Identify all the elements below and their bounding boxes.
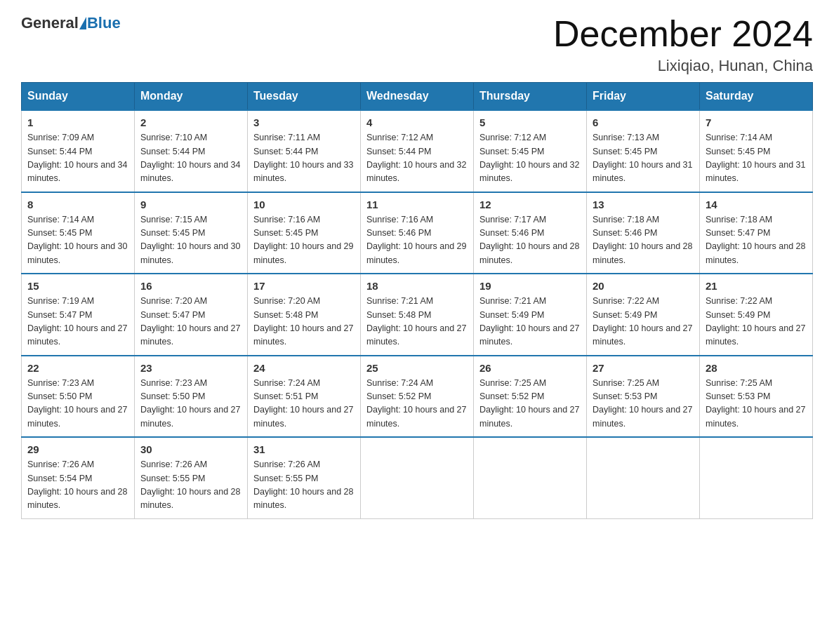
header-wednesday: Wednesday xyxy=(361,83,474,111)
day-info: Sunrise: 7:22 AMSunset: 5:49 PMDaylight:… xyxy=(593,295,694,349)
calendar-cell: 6 Sunrise: 7:13 AMSunset: 5:45 PMDayligh… xyxy=(587,110,700,192)
header-thursday: Thursday xyxy=(474,83,587,111)
day-info: Sunrise: 7:16 AMSunset: 5:46 PMDaylight:… xyxy=(366,213,468,268)
week-row-2: 8 Sunrise: 7:14 AMSunset: 5:45 PMDayligh… xyxy=(22,192,813,274)
day-number: 13 xyxy=(593,199,694,210)
week-row-5: 29 Sunrise: 7:26 AMSunset: 5:54 PMDaylig… xyxy=(22,437,813,518)
calendar-cell: 30 Sunrise: 7:26 AMSunset: 5:55 PMDaylig… xyxy=(135,437,248,518)
day-number: 22 xyxy=(27,362,128,374)
logo-general-text: General xyxy=(21,14,79,32)
calendar-cell: 1 Sunrise: 7:09 AMSunset: 5:44 PMDayligh… xyxy=(22,110,135,192)
calendar-cell: 2 Sunrise: 7:10 AMSunset: 5:44 PMDayligh… xyxy=(135,110,248,192)
day-number: 15 xyxy=(27,280,128,292)
day-number: 18 xyxy=(366,280,468,292)
day-number: 2 xyxy=(140,116,241,128)
day-info: Sunrise: 7:11 AMSunset: 5:44 PMDaylight:… xyxy=(253,131,355,186)
day-info: Sunrise: 7:12 AMSunset: 5:45 PMDaylight:… xyxy=(479,131,581,186)
calendar-cell: 5 Sunrise: 7:12 AMSunset: 5:45 PMDayligh… xyxy=(474,110,587,192)
day-info: Sunrise: 7:12 AMSunset: 5:44 PMDaylight:… xyxy=(366,131,468,186)
calendar-cell: 19 Sunrise: 7:21 AMSunset: 5:49 PMDaylig… xyxy=(474,274,587,356)
day-number: 11 xyxy=(366,199,468,210)
logo-blue-text: Blue xyxy=(87,14,121,32)
day-info: Sunrise: 7:23 AMSunset: 5:50 PMDaylight:… xyxy=(27,377,128,431)
day-number: 12 xyxy=(479,199,581,210)
day-number: 24 xyxy=(253,362,355,374)
header-sunday: Sunday xyxy=(22,83,135,111)
day-info: Sunrise: 7:20 AMSunset: 5:47 PMDaylight:… xyxy=(140,295,241,349)
calendar-cell: 11 Sunrise: 7:16 AMSunset: 5:46 PMDaylig… xyxy=(361,192,474,274)
location-subtitle: Lixiqiao, Hunan, China xyxy=(553,57,813,75)
calendar-cell: 4 Sunrise: 7:12 AMSunset: 5:44 PMDayligh… xyxy=(361,110,474,192)
calendar-header-row: SundayMondayTuesdayWednesdayThursdayFrid… xyxy=(22,83,813,111)
calendar-cell xyxy=(474,437,587,518)
day-info: Sunrise: 7:20 AMSunset: 5:48 PMDaylight:… xyxy=(253,295,355,349)
calendar-cell: 7 Sunrise: 7:14 AMSunset: 5:45 PMDayligh… xyxy=(700,110,813,192)
day-number: 27 xyxy=(593,362,694,374)
day-number: 23 xyxy=(140,362,241,374)
header-friday: Friday xyxy=(587,83,700,111)
day-number: 29 xyxy=(27,443,128,455)
calendar-cell: 24 Sunrise: 7:24 AMSunset: 5:51 PMDaylig… xyxy=(248,356,361,438)
calendar-cell: 9 Sunrise: 7:15 AMSunset: 5:45 PMDayligh… xyxy=(135,192,248,274)
day-info: Sunrise: 7:10 AMSunset: 5:44 PMDaylight:… xyxy=(140,131,241,186)
day-number: 6 xyxy=(593,116,694,128)
header-tuesday: Tuesday xyxy=(248,83,361,111)
calendar-cell: 23 Sunrise: 7:23 AMSunset: 5:50 PMDaylig… xyxy=(135,356,248,438)
title-section: December 2024 Lixiqiao, Hunan, China xyxy=(553,14,813,75)
calendar-cell: 26 Sunrise: 7:25 AMSunset: 5:52 PMDaylig… xyxy=(474,356,587,438)
calendar-cell: 31 Sunrise: 7:26 AMSunset: 5:55 PMDaylig… xyxy=(248,437,361,518)
day-number: 7 xyxy=(706,116,807,128)
logo-triangle-icon xyxy=(79,17,86,29)
day-info: Sunrise: 7:26 AMSunset: 5:55 PMDaylight:… xyxy=(140,458,241,513)
day-info: Sunrise: 7:26 AMSunset: 5:55 PMDaylight:… xyxy=(253,458,355,513)
day-info: Sunrise: 7:14 AMSunset: 5:45 PMDaylight:… xyxy=(27,213,128,268)
calendar-cell: 21 Sunrise: 7:22 AMSunset: 5:49 PMDaylig… xyxy=(700,274,813,356)
calendar-cell: 29 Sunrise: 7:26 AMSunset: 5:54 PMDaylig… xyxy=(22,437,135,518)
calendar-cell: 12 Sunrise: 7:17 AMSunset: 5:46 PMDaylig… xyxy=(474,192,587,274)
calendar-cell: 3 Sunrise: 7:11 AMSunset: 5:44 PMDayligh… xyxy=(248,110,361,192)
calendar-cell: 13 Sunrise: 7:18 AMSunset: 5:46 PMDaylig… xyxy=(587,192,700,274)
day-info: Sunrise: 7:18 AMSunset: 5:46 PMDaylight:… xyxy=(593,213,694,268)
day-number: 19 xyxy=(479,280,581,292)
day-info: Sunrise: 7:25 AMSunset: 5:53 PMDaylight:… xyxy=(593,377,694,431)
calendar-cell: 28 Sunrise: 7:25 AMSunset: 5:53 PMDaylig… xyxy=(700,356,813,438)
calendar-cell: 25 Sunrise: 7:24 AMSunset: 5:52 PMDaylig… xyxy=(361,356,474,438)
calendar-cell: 15 Sunrise: 7:19 AMSunset: 5:47 PMDaylig… xyxy=(22,274,135,356)
day-info: Sunrise: 7:14 AMSunset: 5:45 PMDaylight:… xyxy=(706,131,807,186)
day-info: Sunrise: 7:26 AMSunset: 5:54 PMDaylight:… xyxy=(27,458,128,513)
day-number: 17 xyxy=(253,280,355,292)
day-info: Sunrise: 7:22 AMSunset: 5:49 PMDaylight:… xyxy=(706,295,807,349)
day-number: 8 xyxy=(27,199,128,210)
week-row-3: 15 Sunrise: 7:19 AMSunset: 5:47 PMDaylig… xyxy=(22,274,813,356)
day-number: 14 xyxy=(706,199,807,210)
day-info: Sunrise: 7:21 AMSunset: 5:49 PMDaylight:… xyxy=(479,295,581,349)
week-row-4: 22 Sunrise: 7:23 AMSunset: 5:50 PMDaylig… xyxy=(22,356,813,438)
day-number: 10 xyxy=(253,199,355,210)
day-info: Sunrise: 7:19 AMSunset: 5:47 PMDaylight:… xyxy=(27,295,128,349)
week-row-1: 1 Sunrise: 7:09 AMSunset: 5:44 PMDayligh… xyxy=(22,110,813,192)
calendar-cell: 16 Sunrise: 7:20 AMSunset: 5:47 PMDaylig… xyxy=(135,274,248,356)
day-number: 30 xyxy=(140,443,241,455)
day-info: Sunrise: 7:23 AMSunset: 5:50 PMDaylight:… xyxy=(140,377,241,431)
calendar-cell xyxy=(361,437,474,518)
day-number: 9 xyxy=(140,199,241,210)
day-number: 21 xyxy=(706,280,807,292)
header-saturday: Saturday xyxy=(700,83,813,111)
calendar-cell: 17 Sunrise: 7:20 AMSunset: 5:48 PMDaylig… xyxy=(248,274,361,356)
day-number: 5 xyxy=(479,116,581,128)
day-number: 16 xyxy=(140,280,241,292)
day-number: 3 xyxy=(253,116,355,128)
logo: General Blue xyxy=(21,14,121,32)
calendar-cell xyxy=(700,437,813,518)
day-info: Sunrise: 7:09 AMSunset: 5:44 PMDaylight:… xyxy=(27,131,128,186)
calendar-cell xyxy=(587,437,700,518)
month-title: December 2024 xyxy=(553,14,813,54)
day-number: 4 xyxy=(366,116,468,128)
day-number: 28 xyxy=(706,362,807,374)
calendar-cell: 22 Sunrise: 7:23 AMSunset: 5:50 PMDaylig… xyxy=(22,356,135,438)
calendar-cell: 20 Sunrise: 7:22 AMSunset: 5:49 PMDaylig… xyxy=(587,274,700,356)
calendar-cell: 8 Sunrise: 7:14 AMSunset: 5:45 PMDayligh… xyxy=(22,192,135,274)
day-number: 25 xyxy=(366,362,468,374)
day-number: 26 xyxy=(479,362,581,374)
header-monday: Monday xyxy=(135,83,248,111)
